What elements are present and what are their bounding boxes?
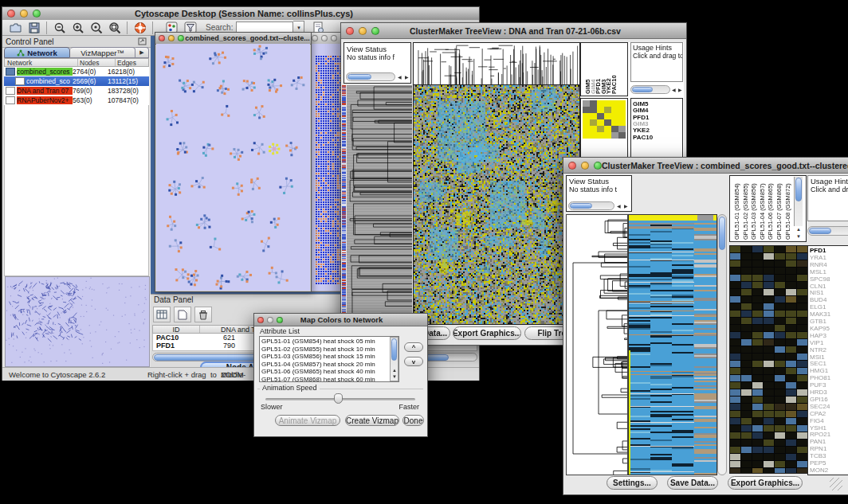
maximize-button[interactable] xyxy=(331,35,337,41)
column-header-network[interactable]: Network xyxy=(5,59,78,66)
network-list-row[interactable]: DNA and Tran 07769(0)183728(0) xyxy=(4,86,149,96)
window-title: Cytoscape Desktop (Session Name: collins… xyxy=(41,9,447,18)
network-list-row[interactable]: combined_sco2569(6)13112(15) xyxy=(4,76,149,86)
animate-vizmap-button[interactable]: Animate Vizmap xyxy=(275,415,340,426)
scroll-right-icon[interactable]: ▶ xyxy=(405,75,409,80)
maximize-button[interactable] xyxy=(33,10,41,18)
zoom-selected-button[interactable] xyxy=(88,21,104,35)
map-colors-titlebar[interactable]: Map Colors to Network xyxy=(254,314,427,326)
move-attribute-up-button[interactable]: ^ xyxy=(404,342,423,352)
tv2-usage-hscrollbar[interactable] xyxy=(807,226,848,236)
network-view-1-titlebar[interactable]: combined_scores_good.txt--cluste... xyxy=(155,33,311,45)
tv2-export-graphics-button[interactable]: Export Graphics... xyxy=(728,476,803,490)
scroll-down-icon[interactable]: ▼ xyxy=(796,234,801,239)
tab-network[interactable]: Network xyxy=(4,47,70,58)
zoom-out-button[interactable] xyxy=(51,21,68,35)
tv1-column-dendrogram[interactable] xyxy=(413,42,580,85)
delete-attribute-trash-icon[interactable] xyxy=(194,307,212,322)
scrollbar-thumb[interactable] xyxy=(795,178,802,201)
minimize-button[interactable] xyxy=(168,35,175,41)
scrollbar-thumb[interactable] xyxy=(391,338,397,361)
attribute-list[interactable]: GPL51-01 (GSM854) heat shock 05 minGPL51… xyxy=(259,336,399,382)
tv1-export-graphics-button[interactable]: Export Graphics... xyxy=(453,326,521,340)
scroll-up-icon[interactable]: ▲ xyxy=(392,368,397,373)
minimize-button[interactable] xyxy=(359,27,367,35)
scroll-right-icon[interactable]: ▶ xyxy=(678,88,682,92)
scroll-down-icon[interactable]: ▼ xyxy=(392,374,397,379)
scrollbar-thumb[interactable] xyxy=(719,217,725,250)
scroll-left-icon[interactable]: ◀ xyxy=(617,204,621,209)
close-button[interactable] xyxy=(7,10,15,18)
treeview1-titlebar[interactable]: ClusterMaker TreeView : DNA and Tran 07-… xyxy=(341,23,686,39)
minimize-button[interactable] xyxy=(267,317,273,323)
column-header-edges[interactable]: Edges xyxy=(116,59,148,66)
scroll-left-icon[interactable]: ◀ xyxy=(398,75,402,80)
scroll-right-icon[interactable]: ▶ xyxy=(624,204,628,209)
zoom-in-button[interactable] xyxy=(69,21,86,35)
maximize-button[interactable] xyxy=(594,162,602,170)
treeview2-titlebar[interactable]: ClusterMaker TreeView : combined_scores_… xyxy=(563,158,848,174)
scrollbar-thumb[interactable] xyxy=(809,228,831,234)
attribute-list-item[interactable]: GPL51-04 (GSM857) heat shock 20 min xyxy=(261,361,389,369)
close-button[interactable] xyxy=(346,27,354,35)
attribute-list-vscrollbar[interactable]: ▲ ▼ xyxy=(390,337,398,381)
float-panel-icon[interactable] xyxy=(138,37,147,46)
help-lifering-icon[interactable] xyxy=(132,21,148,35)
new-attribute-icon[interactable] xyxy=(174,307,191,322)
tv2-row-dendrogram[interactable] xyxy=(566,214,628,475)
maximize-button[interactable] xyxy=(277,317,283,323)
minimize-button[interactable] xyxy=(20,10,28,18)
close-button[interactable] xyxy=(159,35,165,41)
save-session-button[interactable] xyxy=(26,21,42,35)
dense-network-grid[interactable] xyxy=(315,54,342,285)
attribute-list-item[interactable]: GPL51-07 (GSM868) heat shock 60 min xyxy=(261,376,389,382)
tv2-zoom-heatmap[interactable] xyxy=(729,245,808,474)
tab-vizmapper[interactable]: VizMapper™ xyxy=(70,47,135,58)
scrollbar-thumb[interactable] xyxy=(570,203,592,209)
scrollbar-thumb[interactable] xyxy=(632,87,653,92)
close-button[interactable] xyxy=(312,35,318,41)
tv1-heatmap[interactable] xyxy=(413,85,580,325)
tv2-save-data-button[interactable]: Save Data... xyxy=(667,476,718,490)
tv2-status-hscrollbar[interactable] xyxy=(568,201,614,210)
tv2-heatmap[interactable] xyxy=(628,214,717,475)
tv2-labels-vscrollbar[interactable] xyxy=(794,177,803,226)
move-attribute-down-button[interactable]: v xyxy=(404,357,423,366)
open-session-button[interactable] xyxy=(7,21,24,35)
maximize-button[interactable] xyxy=(178,35,184,41)
resize-grip[interactable] xyxy=(830,478,842,490)
animation-slider-thumb[interactable] xyxy=(334,393,343,404)
minimize-button[interactable] xyxy=(321,35,328,41)
done-button[interactable]: Done xyxy=(402,415,424,426)
attribute-list-item[interactable]: GPL51-03 (GSM856) heat shock 15 min xyxy=(261,353,389,361)
network-list-row[interactable]: RNAPuberNov2+563(0)107847(0) xyxy=(4,96,149,105)
scrollbar-thumb[interactable] xyxy=(347,74,371,80)
close-button[interactable] xyxy=(568,162,576,170)
tv2-heatmap-vscrollbar[interactable] xyxy=(717,214,727,475)
tv1-row-dendrogram[interactable] xyxy=(347,85,412,324)
network-list: combined_scores2764(0)16218(0)combined_s… xyxy=(4,67,149,105)
scroll-left-icon[interactable]: ◀ xyxy=(672,88,676,92)
scroll-up-icon[interactable]: ▲ xyxy=(796,227,801,232)
close-button[interactable] xyxy=(257,317,264,323)
create-vizmap-button[interactable]: Create Vizmap xyxy=(345,415,399,426)
minimize-button[interactable] xyxy=(581,162,589,170)
maximize-button[interactable] xyxy=(371,27,379,35)
tab-overflow-button[interactable]: ▶ xyxy=(135,47,149,58)
select-attributes-icon[interactable] xyxy=(153,307,171,322)
cytoscape-titlebar[interactable]: Cytoscape Desktop (Session Name: collins… xyxy=(2,7,479,21)
network-view-canvas[interactable] xyxy=(156,44,310,291)
tv1-usage-hscrollbar[interactable] xyxy=(630,85,670,94)
attribute-list-item[interactable]: GPL51-01 (GSM854) heat shock 05 min xyxy=(261,338,389,346)
network-list-row[interactable]: combined_scores2764(0)16218(0) xyxy=(4,67,149,76)
attribute-list-item[interactable]: GPL51-06 (GSM865) heat shock 40 min xyxy=(261,368,389,376)
zoom-fit-button[interactable] xyxy=(106,21,123,35)
slider-slower-label: Slower xyxy=(261,403,283,411)
tv2-settings-button[interactable]: Settings... xyxy=(607,476,658,490)
tv1-correlation-matrix[interactable] xyxy=(583,100,626,139)
network-overview-panel[interactable] xyxy=(5,276,150,367)
attribute-list-item[interactable]: GPL51-02 (GSM855) heat shock 10 min xyxy=(261,346,389,354)
column-header-nodes[interactable]: Nodes xyxy=(78,59,116,66)
column-header-id[interactable]: ID xyxy=(153,326,200,333)
tv1-status-hscrollbar[interactable] xyxy=(346,72,395,81)
